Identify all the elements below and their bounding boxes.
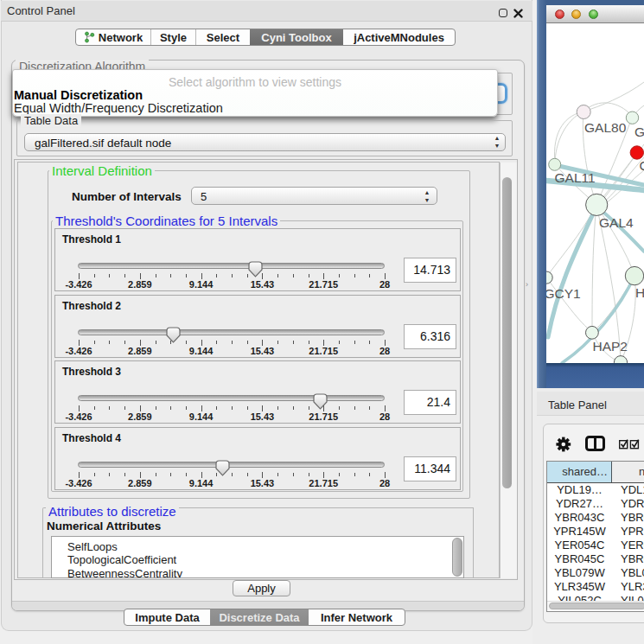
svg-text:C: C xyxy=(640,158,644,173)
svg-text:HAP2: HAP2 xyxy=(593,339,628,354)
svg-text:GAL80: GAL80 xyxy=(584,120,627,135)
svg-text:H: H xyxy=(635,285,644,300)
svg-text:GA: GA xyxy=(634,124,644,139)
svg-text:GCY1: GCY1 xyxy=(546,286,581,301)
svg-text:GAL4: GAL4 xyxy=(599,215,634,230)
svg-text:GAL11: GAL11 xyxy=(555,170,596,185)
